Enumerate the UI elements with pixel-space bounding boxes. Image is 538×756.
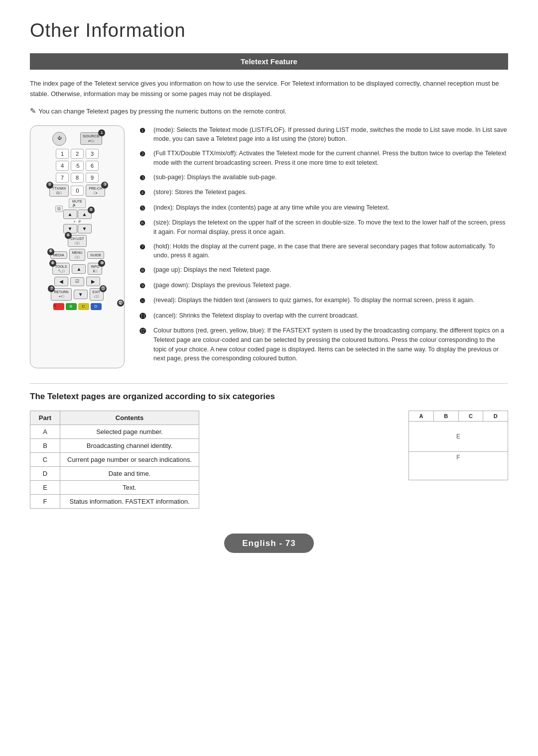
screen-cell-c: C [459, 411, 484, 421]
power-btn: ⏻ [52, 132, 66, 146]
desc-item-10: ❿ (reveal): Displays the hidden text (an… [139, 296, 508, 306]
screen-diagram: A B C D E F [408, 411, 508, 480]
cell-part-C: C [30, 453, 60, 467]
table-header-row: Part Contents [30, 411, 199, 425]
desc-item-4: ❹ (store): Stores the Teletext pages. [139, 188, 508, 198]
screen-cell-b: B [434, 411, 459, 421]
desc-text-12: Colour buttons (red, green, yellow, blue… [153, 326, 508, 363]
desc-text-3: (sub-page): Displays the available sub-p… [153, 173, 276, 182]
ch-up: ▲ ⑤ [78, 210, 92, 219]
english-label: English - 73 [224, 534, 313, 553]
btn-7: 7 [56, 173, 69, 183]
divider [30, 383, 508, 384]
badge-5: ⑤ [88, 207, 95, 214]
btn-0: 0 [71, 186, 84, 196]
desc-num-1: ❶ [139, 126, 148, 136]
desc-num-12: ⓬ [139, 326, 148, 336]
badge-2: ② [46, 182, 53, 189]
blue-btn: D [91, 303, 102, 310]
return-btn: RETURN↩□ ⑦ [51, 288, 71, 300]
desc-item-3: ❸ (sub-page): Displays the available sub… [139, 173, 508, 183]
btn-9: 9 [86, 173, 99, 183]
vol-down: ▼ [63, 224, 77, 233]
desc-num-2: ❷ [139, 149, 148, 159]
cell-part-F: F [30, 495, 60, 509]
desc-num-3: ❸ [139, 173, 148, 183]
ttx-mix-btn: TTX/MIX⊡□ ② [49, 185, 69, 197]
table-row: ASelected page number. [30, 425, 199, 439]
cell-part-E: E [30, 481, 60, 495]
desc-num-10: ❿ [139, 296, 148, 306]
desc-num-5: ❺ [139, 204, 148, 214]
remote-control: ⏻ SOURCE↵□ 1 1 2 3 4 ·5 6 7 8 9 TT [30, 125, 125, 369]
desc-text-7: (hold): Holds the display at the current… [153, 242, 508, 261]
cell-content-B: Broadcasting channel identity. [60, 439, 199, 453]
desc-text-2: (Full TTX/Double TTX/mix/off): Activates… [153, 149, 508, 168]
btn-4: 4 [56, 161, 69, 171]
screen-cell-a: A [409, 411, 434, 421]
cell-part-D: D [30, 467, 60, 481]
note-text: You can change Teletext pages by pressin… [30, 107, 508, 115]
ch-down: ▼ [78, 224, 92, 233]
btn-6: 6 [86, 161, 99, 171]
desc-item-9: ❾ (page down): Displays the previous Tel… [139, 281, 508, 291]
teletext-layout: ⏻ SOURCE↵□ 1 1 2 3 4 ·5 6 7 8 9 TT [30, 125, 508, 369]
desc-item-11: ⓫ (cancel): Shrinks the Teletext display… [139, 311, 508, 322]
categories-title: The Teletext pages are organized accordi… [30, 392, 508, 402]
cell-content-F: Status information. FASTEXT information. [60, 495, 199, 509]
desc-text-4: (store): Stores the Teletext pages. [153, 188, 247, 197]
badge-11: ⑪ [100, 285, 107, 292]
red-btn: A [53, 303, 64, 310]
badge-10: ⑩ [98, 260, 105, 267]
screen-bottom: F [409, 451, 508, 463]
desc-item-5: ❺ (index): Displays the index (contents)… [139, 203, 508, 214]
intro-text: The index page of the Teletext service g… [30, 79, 508, 100]
badge-8: ⑧ [49, 260, 56, 267]
table-row: FStatus information. FASTEXT information… [30, 495, 199, 509]
left-btn: ◀ [54, 277, 68, 286]
desc-item-12: ⓬ Colour buttons (red, green, yellow, bl… [139, 326, 508, 363]
categories-table-wrapper: Part Contents ASelected page number.BBro… [30, 411, 394, 509]
desc-text-5: (index): Displays the index (contents) p… [153, 203, 390, 213]
prech-btn: PRE-CH□▪ ③ [86, 185, 105, 197]
table-row: EText. [30, 481, 199, 495]
table-row: BBroadcasting channel identity. [30, 439, 199, 453]
cell-part-A: A [30, 425, 60, 439]
guide-btn: GUIDE [87, 251, 104, 259]
categories-table: Part Contents ASelected page number.BBro… [30, 411, 199, 509]
menu-btn: MENU□□ [69, 249, 86, 261]
badge-4: ④ [65, 232, 72, 239]
btn-1: 1 [56, 149, 69, 159]
desc-num-11: ⓫ [139, 312, 148, 322]
cell-content-A: Selected page number. [60, 425, 199, 439]
ch-list-btn: CH LIST□□ ④ [68, 235, 87, 247]
media-btn: MEDIA ⑥ [50, 251, 67, 259]
screen-middle: E [409, 422, 508, 451]
desc-item-7: ❼ (hold): Holds the display at the curre… [139, 242, 508, 261]
desc-num-4: ❹ [139, 188, 148, 198]
desc-item-2: ❷ (Full TTX/Double TTX/mix/off): Activat… [139, 149, 508, 168]
table-row: CCurrent page number or search indicatio… [30, 453, 199, 467]
down-btn: ▼ [74, 290, 88, 299]
screen-top-row: A B C D [409, 411, 508, 422]
desc-num-6: ❻ [139, 218, 148, 228]
cell-content-C: Current page number or search indication… [60, 453, 199, 467]
info-btn: INFOℹ□ ⑩ [88, 263, 102, 275]
page-title: Other Information [30, 20, 508, 41]
btn-3: 3 [86, 149, 99, 159]
cell-content-E: Text. [60, 481, 199, 495]
desc-num-9: ❾ [139, 281, 148, 291]
green-btn: B [66, 303, 77, 310]
badge-3r: ③ [101, 182, 108, 189]
col-part: Part [30, 411, 60, 425]
cell-part-B: B [30, 439, 60, 453]
ok-btn: ☑ [70, 277, 84, 286]
categories-layout: Part Contents ASelected page number.BBro… [30, 411, 508, 509]
desc-num-7: ❼ [139, 242, 148, 252]
desc-text-10: (reveal): Displays the hidden text (answ… [153, 296, 475, 305]
desc-item-6: ❻ (size): Displays the teletext on the u… [139, 218, 508, 237]
table-row: DDate and time. [30, 467, 199, 481]
right-btn: ▶ [86, 277, 100, 286]
screen-cell-d: D [483, 411, 508, 421]
col-contents: Contents [60, 411, 199, 425]
